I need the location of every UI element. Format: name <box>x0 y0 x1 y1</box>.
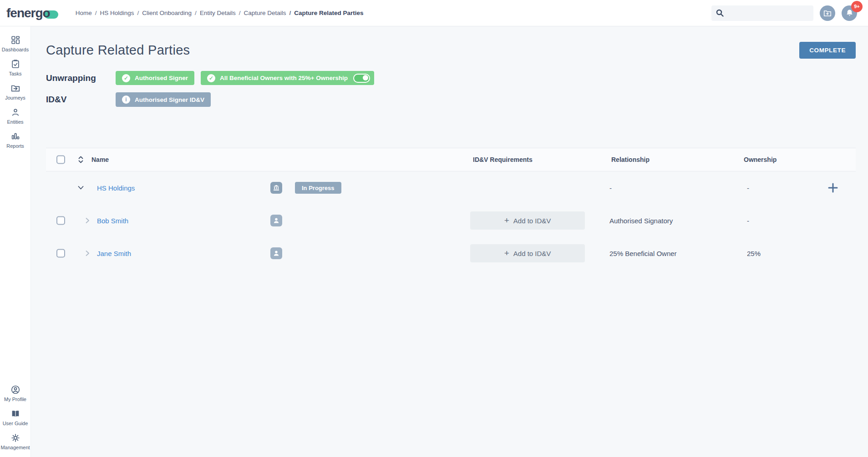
search-box[interactable] <box>711 5 813 21</box>
badge-label: All Beneficial Owners with 25%+ Ownershi… <box>220 75 348 81</box>
relationship-value: - <box>609 184 612 192</box>
column-header-name[interactable]: Name <box>91 156 109 163</box>
ownership-value: 25% <box>747 250 761 257</box>
sidebar-label: User Guide <box>3 421 28 426</box>
add-to-idv-button[interactable]: +Add to ID&V <box>470 211 585 230</box>
add-to-idv-label: Add to ID&V <box>513 217 551 225</box>
check-circle-icon: ✓ <box>122 74 130 82</box>
legal-entity-icon <box>270 182 282 194</box>
relationship-value: Authorised Signatory <box>609 217 673 225</box>
person-icon <box>10 107 20 117</box>
sidebar-label: Entities <box>7 119 23 125</box>
main-content: Capture Related Parties COMPLETE Unwrapp… <box>31 26 868 457</box>
column-header-relationship: Relationship <box>611 156 650 163</box>
logo-text: fenergo <box>6 6 50 20</box>
info-circle-icon: i <box>122 95 130 104</box>
plus-icon: + <box>504 216 509 226</box>
sidebar-item-reports[interactable]: Reports <box>0 131 31 149</box>
column-header-ownership: Ownership <box>744 156 777 163</box>
unwrapping-badge-authorised-signer[interactable]: ✓ Authorised Signer <box>116 71 194 85</box>
breadcrumb-item-capture-details[interactable]: Capture Details <box>236 10 286 16</box>
breadcrumb-item-home[interactable]: Home <box>76 10 92 16</box>
sidebar-label: Dashboards <box>2 47 29 52</box>
breadcrumb-item-entity-details[interactable]: Entity Details <box>192 10 236 16</box>
add-to-idv-button[interactable]: +Add to ID&V <box>470 244 585 262</box>
ownership-value: - <box>747 217 749 225</box>
app-header: fenergo HomeHS HoldingsClient Onboarding… <box>0 0 868 26</box>
sidebar-item-dashboards[interactable]: Dashboards <box>0 35 31 52</box>
add-related-party-button[interactable] <box>828 183 838 193</box>
idv-label: ID&V <box>46 95 116 105</box>
ownership-value: - <box>747 184 749 192</box>
table-header-row: Name ID&V Requirements Relationship Owne… <box>46 148 856 171</box>
row-checkbox[interactable] <box>56 249 65 258</box>
sidebar-item-my-profile[interactable]: My Profile <box>0 385 31 402</box>
chevron-right-icon[interactable] <box>86 251 90 256</box>
sidebar-label: Management <box>0 445 30 450</box>
capture-settings: Unwrapping ✓ Authorised Signer ✓ All Ben… <box>46 71 856 107</box>
book-icon <box>10 409 20 419</box>
idv-badge-authorised-signer-idv[interactable]: i Authorised Signer ID&V <box>116 92 211 107</box>
related-parties-table: Name ID&V Requirements Relationship Owne… <box>46 148 856 270</box>
sidebar-label: Journeys <box>5 95 25 100</box>
folder-plus-icon <box>823 9 832 18</box>
sort-name-icon[interactable] <box>78 156 83 163</box>
breadcrumb-item-client-onboarding[interactable]: Client Onboarding <box>134 10 192 16</box>
table-row-bob-smith: Bob Smith +Add to ID&V Authorised Signat… <box>46 204 856 237</box>
sidebar-item-management[interactable]: Management <box>0 433 31 450</box>
sidebar-footer: My Profile User Guide Management <box>0 385 31 457</box>
table-row-jane-smith: Jane Smith +Add to ID&V 25% Beneficial O… <box>46 237 856 270</box>
profile-circle-icon <box>10 385 20 395</box>
check-circle-icon: ✓ <box>207 74 215 82</box>
unwrapping-label: Unwrapping <box>46 73 116 83</box>
plus-icon <box>828 183 838 193</box>
relationship-value: 25% Beneficial Owner <box>609 250 677 257</box>
status-badge: In Progress <box>295 182 341 194</box>
sidebar-label: My Profile <box>4 397 26 402</box>
sidebar-item-journeys[interactable]: Journeys <box>0 83 31 100</box>
clipboard-check-icon <box>10 59 20 69</box>
chevron-right-icon[interactable] <box>86 218 90 224</box>
page-title: Capture Related Parties <box>46 43 190 58</box>
create-entity-button[interactable] <box>820 5 835 21</box>
entity-name-link[interactable]: HS Holdings <box>97 184 135 192</box>
title-row: Capture Related Parties COMPLETE <box>46 42 856 59</box>
breadcrumb: HomeHS HoldingsClient OnboardingEntity D… <box>76 10 364 16</box>
search-input[interactable] <box>727 10 809 17</box>
table-row-hs-holdings: HS Holdings In Progress - - <box>46 171 856 204</box>
badge-label: Authorised Signer ID&V <box>135 96 204 103</box>
sidebar-label: Tasks <box>9 71 21 76</box>
party-name-link[interactable]: Bob Smith <box>97 217 128 225</box>
sidebar-item-tasks[interactable]: Tasks <box>0 59 31 76</box>
notifications-button[interactable]: 9+ <box>842 5 857 21</box>
breadcrumb-item-current: Capture Related Parties <box>286 10 363 16</box>
idv-row: ID&V i Authorised Signer ID&V <box>46 92 856 107</box>
sidebar-label: Reports <box>6 143 24 149</box>
party-name-link[interactable]: Jane Smith <box>97 250 131 257</box>
notification-count-badge: 9+ <box>851 1 863 12</box>
row-checkbox[interactable] <box>56 216 65 225</box>
individual-icon <box>270 247 282 259</box>
unwrapping-row: Unwrapping ✓ Authorised Signer ✓ All Ben… <box>46 71 856 85</box>
unwrapping-badge-beneficial-owners[interactable]: ✓ All Beneficial Owners with 25%+ Owners… <box>201 71 374 85</box>
dashboard-grid-icon <box>10 35 20 45</box>
bar-chart-icon <box>10 131 20 141</box>
beneficial-owners-toggle[interactable] <box>353 74 370 83</box>
select-all-checkbox[interactable] <box>56 156 65 164</box>
sidebar-item-entities[interactable]: Entities <box>0 107 31 125</box>
individual-icon <box>270 215 282 226</box>
folder-arrow-icon <box>10 83 20 93</box>
add-to-idv-label: Add to ID&V <box>513 250 551 257</box>
gear-icon <box>10 433 20 443</box>
toggle-knob <box>363 75 368 80</box>
breadcrumb-item-hs-holdings[interactable]: HS Holdings <box>92 10 134 16</box>
column-header-idv-requirements: ID&V Requirements <box>473 156 533 163</box>
complete-button[interactable]: COMPLETE <box>799 42 856 59</box>
fenergo-logo[interactable]: fenergo <box>6 6 58 20</box>
plus-icon: + <box>504 248 509 258</box>
badge-label: Authorised Signer <box>135 75 188 81</box>
sidebar-item-user-guide[interactable]: User Guide <box>0 409 31 426</box>
sidebar: Dashboards Tasks Journeys Entities Repor… <box>0 26 31 457</box>
chevron-down-icon[interactable] <box>78 186 84 190</box>
search-icon <box>716 9 724 17</box>
